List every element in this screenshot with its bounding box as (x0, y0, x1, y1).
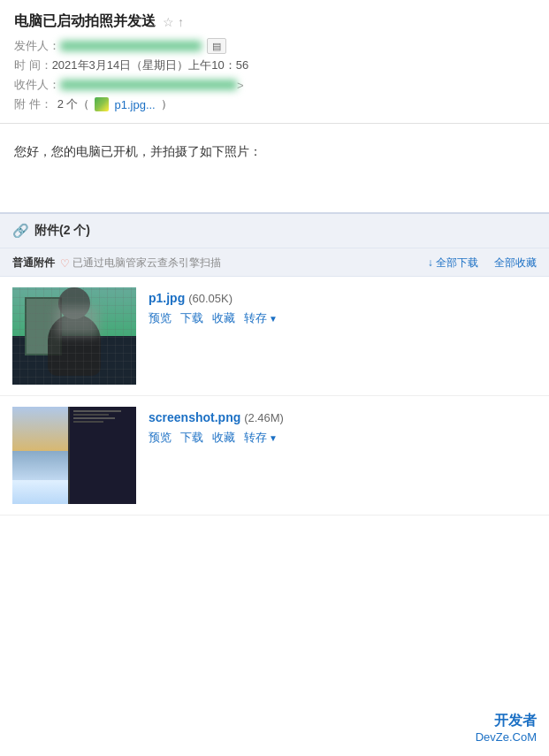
from-row: 发件人： ▤ (14, 38, 535, 54)
recipient-angle: > (237, 79, 244, 92)
file-item-1: screenshot.png (2.46M) 预览 下载 收藏 转存 ▼ (0, 396, 549, 515)
star-icons: ☆ ↑ (163, 15, 184, 29)
time-row: 时 间： 2021年3月14日（星期日）上午10：56 (14, 57, 535, 73)
email-body: 您好，您的电脑已开机，并拍摄了如下照片： (0, 124, 549, 212)
screenshot-left-panel (12, 407, 68, 504)
attachments-title: 附件(2 个) (34, 223, 90, 239)
scanned-text: 已通过电脑管家云查杀引擎扫描 (72, 256, 221, 271)
save-all-link[interactable]: 全部收藏 (494, 256, 537, 271)
collect-link-0[interactable]: 收藏 (212, 310, 235, 326)
star-empty-icon[interactable]: ☆ (163, 15, 174, 29)
dropdown-arrow-1: ▼ (269, 433, 278, 443)
file-preview-p1 (12, 287, 136, 385)
transfer-dropdown-1[interactable]: 转存 ▼ (244, 430, 278, 446)
screenshot-sky (12, 407, 68, 451)
recipient-blur (60, 80, 237, 90)
face-censor (56, 307, 99, 336)
file-name-1: screenshot.png (2.46M) (149, 410, 537, 424)
transfer-dropdown-0[interactable]: 转存 ▼ (244, 310, 278, 326)
screenshot-right-panel (68, 407, 136, 504)
file-size-1: (2.46M) (244, 411, 284, 424)
body-text: 您好，您的电脑已开机，并拍摄了如下照片： (14, 141, 535, 161)
scanned-badge: ♡ 已通过电脑管家云查杀引擎扫描 (60, 256, 221, 271)
file-thumb-0[interactable] (12, 287, 136, 385)
watermark-line1: 开发者 (476, 712, 537, 730)
star-up-icon[interactable]: ↑ (178, 15, 184, 29)
download-all-link[interactable]: ↓ 全部下载 (428, 256, 478, 271)
attach-thumb-icon (95, 97, 109, 111)
file-name-0: p1.jpg (60.05K) (149, 291, 537, 305)
recipient-value (60, 80, 237, 90)
attachments-section: 🔗 附件(2 个) 普通附件 ♡ 已通过电脑管家云查杀引擎扫描 ↓ 全部下载 全… (0, 212, 549, 515)
file-name-text-1[interactable]: screenshot.png (149, 410, 240, 424)
paperclip-icon: 🔗 (12, 223, 29, 239)
terminal-content (70, 407, 136, 428)
time-value: 2021年3月14日（星期日）上午10：56 (52, 57, 249, 73)
dropdown-arrow-0: ▼ (269, 314, 278, 324)
watermark-line2: DevZe.CoM (476, 730, 537, 744)
attach-suffix: ） (161, 96, 172, 112)
sender-blur (60, 41, 202, 51)
subject-row: 电脑已启动拍照并发送 ☆ ↑ (14, 12, 535, 31)
attach-label: 附 件： (14, 96, 52, 112)
attachments-header: 🔗 附件(2 个) (0, 214, 549, 248)
file-actions-1: 预览 下载 收藏 转存 ▼ (149, 430, 537, 446)
pixelate-overlay (12, 287, 136, 385)
file-item-0: p1.jpg (60.05K) 预览 下载 收藏 转存 ▼ (0, 277, 549, 396)
file-preview-screenshot (12, 407, 136, 504)
email-header: 电脑已启动拍照并发送 ☆ ↑ 发件人： ▤ 时 间： 2021年3月14日（星期… (0, 0, 549, 124)
code-line (73, 414, 109, 416)
normal-label: 普通附件 (12, 256, 55, 271)
file-size-0: (60.05K) (188, 292, 233, 305)
preview-link-1[interactable]: 预览 (149, 430, 172, 446)
to-label: 收件人： (14, 77, 60, 93)
collect-link-1[interactable]: 收藏 (212, 430, 235, 446)
preview-link-0[interactable]: 预览 (149, 310, 172, 326)
download-link-0[interactable]: 下载 (180, 310, 203, 326)
file-actions-0: 预览 下载 收藏 转存 ▼ (149, 310, 537, 326)
file-info-0: p1.jpg (60.05K) 预览 下载 收藏 转存 ▼ (149, 287, 537, 326)
to-row: 收件人： > (14, 77, 535, 93)
file-info-1: screenshot.png (2.46M) 预览 下载 收藏 转存 ▼ (149, 407, 537, 446)
file-name-text-0[interactable]: p1.jpg (149, 291, 185, 305)
sender-card-button[interactable]: ▤ (207, 38, 226, 54)
watermark: 开发者 DevZe.CoM (476, 712, 537, 744)
normal-attachments-bar: 普通附件 ♡ 已通过电脑管家云查杀引擎扫描 ↓ 全部下载 全部收藏 (0, 248, 549, 277)
attach-count: 2 个（ (57, 96, 90, 112)
transfer-label-1: 转存 (244, 430, 267, 446)
time-label: 时 间： (14, 57, 52, 73)
attach-filename[interactable]: p1.jpg... (114, 98, 155, 111)
attach-row: 附 件： 2 个（ p1.jpg... ） (14, 96, 535, 112)
from-label: 发件人： (14, 38, 60, 54)
email-container: 电脑已启动拍照并发送 ☆ ↑ 发件人： ▤ 时 间： 2021年3月14日（星期… (0, 0, 549, 756)
code-line (73, 421, 103, 423)
code-line (73, 417, 115, 419)
file-thumb-1[interactable] (12, 407, 136, 504)
download-link-1[interactable]: 下载 (180, 430, 203, 446)
heart-icon: ♡ (60, 257, 70, 270)
code-line (73, 410, 121, 412)
email-subject: 电脑已启动拍照并发送 (14, 12, 156, 31)
transfer-label-0: 转存 (244, 310, 267, 326)
sender-value (60, 41, 202, 51)
screenshot-mountain (12, 451, 68, 480)
screenshot-ground (12, 480, 68, 505)
